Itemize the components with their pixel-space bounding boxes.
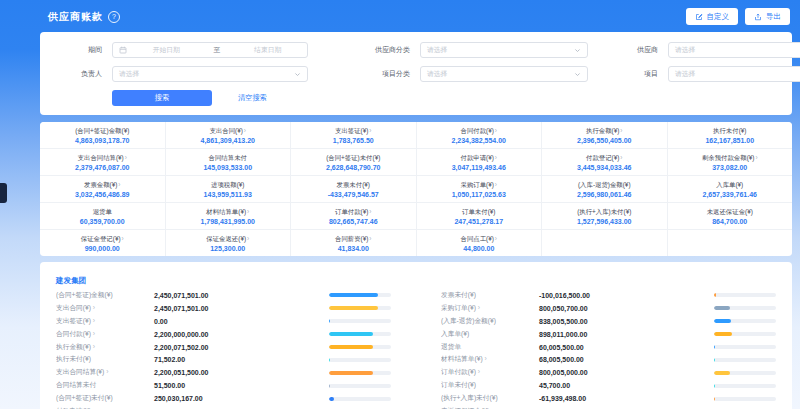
result-value: 2,200,000,000.00: [154, 331, 329, 338]
value-bar: [714, 384, 776, 388]
result-label[interactable]: 支出合同结算(¥) ›: [56, 368, 154, 377]
result-value: 2,450,071,501.00: [154, 292, 329, 299]
stat-cell[interactable]: 采购订单(¥)›1,050,117,025.63: [417, 176, 542, 202]
stat-value: 145,093,533.00: [203, 164, 252, 171]
stat-value: 2,596,980,061.46: [577, 191, 632, 198]
export-button[interactable]: 导出: [745, 8, 790, 25]
stat-label: 合同点工(¥)›: [460, 235, 497, 244]
stat-label: 发票金额(¥)›: [84, 181, 121, 190]
date-range-input[interactable]: 开始日期 至 结束日期: [112, 42, 308, 58]
stat-value: 41,834.00: [338, 245, 369, 252]
stat-cell[interactable]: 保证金登记(¥)›990,000.00: [40, 230, 165, 256]
result-label[interactable]: 执行金额(¥) ›: [56, 343, 154, 352]
result-label[interactable]: 材料结算单(¥) ›: [441, 355, 539, 364]
drilldown-arrow-icon: ›: [495, 154, 497, 161]
result-label: 订单未付(¥): [441, 381, 539, 390]
stat-cell: 执行未付(¥)162,167,851.00: [668, 122, 793, 148]
stat-value: 2,657,339,761.46: [703, 191, 758, 198]
result-row: 订单未付(¥)45,700.00: [441, 379, 776, 392]
drilldown-arrow-icon: ›: [369, 127, 371, 134]
filter-row-2: 负责人 请选择 项目分类 请选择 项目 请选择: [56, 66, 776, 82]
drilldown-arrow-icon: ›: [247, 208, 249, 215]
value-bar-fill: [714, 371, 730, 375]
stat-cell[interactable]: 剩余预付款金额(¥)›373,082.00: [668, 149, 793, 175]
search-button[interactable]: 搜索: [112, 90, 212, 106]
stat-value: 3,032,456,486.89: [75, 191, 130, 198]
help-icon[interactable]: ?: [108, 11, 120, 23]
stat-cell[interactable]: 发票金额(¥)›3,032,456,486.89: [40, 176, 165, 202]
value-bar: [329, 384, 391, 388]
drilldown-arrow-icon: ›: [244, 127, 246, 134]
project-label: 项目: [612, 69, 658, 79]
stat-label: 订单付款(¥)›: [335, 208, 372, 217]
result-row: 采购订单(¥) ›800,050,700.00: [441, 302, 776, 315]
clear-search-link[interactable]: 清空搜索: [238, 93, 267, 103]
result-value: 45,700.00: [539, 382, 714, 389]
header-actions: 自定义 导出: [686, 8, 791, 25]
stat-cell: 进项税额(¥)143,959,511.93: [166, 176, 291, 202]
project-select[interactable]: 请选择: [668, 66, 800, 82]
value-bar: [329, 319, 391, 323]
stat-label: (合同+签证)未付(¥): [326, 154, 380, 163]
result-label: (合同+签证)金额(¥): [56, 291, 154, 300]
result-row: 入库单(¥)898,011,000.00: [441, 328, 776, 341]
stat-cell[interactable]: 支出合同结算(¥)›2,379,476,087.00: [40, 149, 165, 175]
stat-value: 4,863,093,178.70: [75, 137, 130, 144]
left-edge-handle[interactable]: [0, 183, 7, 203]
stat-cell[interactable]: 保证金返还(¥)›125,300.00: [166, 230, 291, 256]
result-value: 800,005,000.00: [539, 369, 714, 376]
stat-value: 2,396,550,405.00: [577, 137, 632, 144]
stat-cell[interactable]: 材料结算单(¥)›1,798,431,995.00: [166, 203, 291, 229]
result-label[interactable]: 采购订单(¥) ›: [441, 304, 539, 313]
drilldown-arrow-icon: ›: [91, 304, 95, 311]
value-bar: [329, 293, 391, 297]
stat-value: 2,379,476,087.00: [75, 164, 130, 171]
stat-label: (合同+签证)金额(¥): [75, 127, 129, 136]
value-bar-fill: [714, 358, 715, 362]
result-value: 800,050,700.00: [539, 305, 714, 312]
result-value: 250,030,167.00: [154, 395, 329, 402]
stat-value: 247,451,278.17: [454, 218, 503, 225]
customize-button[interactable]: 自定义: [686, 8, 739, 25]
company-link[interactable]: 建发集团: [56, 276, 86, 286]
stat-label: 合同结算未付: [209, 154, 247, 163]
stat-cell[interactable]: 支出签证(¥)›1,783,765.50: [291, 122, 416, 148]
stat-cell[interactable]: 合同薪资(¥)›41,834.00: [291, 230, 416, 256]
project-category-select[interactable]: 请选择: [420, 66, 588, 82]
result-label[interactable]: 合同付款(¥) ›: [56, 330, 154, 339]
stat-label: 剩余预付款金额(¥)›: [702, 154, 758, 163]
stats-summary-card: (合同+签证)金额(¥)4,863,093,178.70支出合同(¥)›4,86…: [40, 122, 792, 256]
value-bar: [714, 371, 776, 375]
stat-cell: (入库-退货)金额(¥)2,596,980,061.46: [542, 176, 667, 202]
stat-cell[interactable]: 合同付款(¥)›2,234,382,554.00: [417, 122, 542, 148]
stat-cell[interactable]: 付款登记(¥)›3,445,934,033.46: [542, 149, 667, 175]
stat-label: 支出签证(¥)›: [335, 127, 372, 136]
value-bar: [329, 358, 391, 362]
result-label[interactable]: 订单付款(¥) ›: [441, 368, 539, 377]
value-bar-fill: [329, 293, 378, 297]
stat-value: 1,050,117,025.63: [452, 191, 506, 198]
result-label[interactable]: 支出合同(¥) ›: [56, 304, 154, 313]
result-label[interactable]: 支出签证(¥) ›: [56, 317, 154, 326]
stat-cell[interactable]: 执行金额(¥)›2,396,550,405.00: [542, 122, 667, 148]
result-value: 2,200,051,500.00: [154, 369, 329, 376]
supplier-select[interactable]: 请选择: [668, 42, 800, 58]
stat-cell[interactable]: 合同点工(¥)›44,800.00: [417, 230, 542, 256]
value-bar: [714, 397, 776, 401]
result-row: 支出合同(¥) ›2,450,071,501.00: [56, 302, 391, 315]
drilldown-arrow-icon: ›: [125, 154, 127, 161]
stat-cell[interactable]: 付款申请(¥)›3,047,119,493.46: [417, 149, 542, 175]
owner-select[interactable]: 请选择: [112, 66, 308, 82]
value-bar-fill: [714, 345, 715, 349]
stat-cell[interactable]: 支出合同(¥)›4,861,309,413.20: [166, 122, 291, 148]
export-icon: [754, 13, 762, 21]
result-value: 60,005,500.00: [539, 344, 714, 351]
supplier-category-select[interactable]: 请选择: [420, 42, 588, 58]
stat-value: 2,628,648,790.70: [326, 164, 381, 171]
result-row: 材料结算单(¥) ›68,005,500.00: [441, 353, 776, 366]
result-value: 51,500.00: [154, 382, 329, 389]
stat-cell[interactable]: 订单付款(¥)›802,665,747.46: [291, 203, 416, 229]
start-date-placeholder: 开始日期: [133, 45, 200, 55]
stat-value: 44,800.00: [463, 245, 494, 252]
edit-square-icon: [695, 13, 703, 21]
